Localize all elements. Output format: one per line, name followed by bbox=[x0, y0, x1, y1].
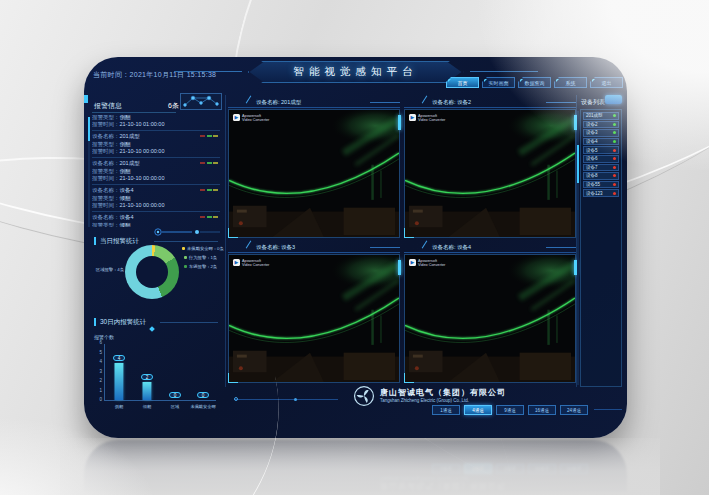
alarm-list: 设备名称：201成型 报警类型：倒翻 报警时间：21-10-10 01:00:0… bbox=[92, 115, 220, 227]
status-dot bbox=[613, 114, 616, 117]
y-tick: 6 bbox=[99, 340, 102, 345]
bar-group: 4 倒翻 bbox=[105, 344, 133, 400]
device-list-action-button[interactable] bbox=[605, 95, 622, 104]
today-stats-title: 当日报警统计 bbox=[94, 237, 139, 245]
nav-button-home[interactable]: 首页 bbox=[446, 77, 479, 88]
y-tick: 5 bbox=[99, 350, 102, 355]
alarm-card[interactable]: 设备名称：201成型 报警类型：倒翻 报警时间：21-10-10 00:00:0… bbox=[92, 131, 220, 158]
alarm-count-badge: 6条 bbox=[168, 101, 179, 111]
video-panel-header: 设备名称: 设备4 bbox=[404, 242, 576, 253]
nav-button-data-query[interactable]: 数据查询 bbox=[518, 77, 551, 88]
video-device-label: 设备名称: 设备3 bbox=[256, 244, 295, 251]
bar bbox=[143, 382, 152, 400]
status-dot bbox=[613, 183, 616, 186]
video-feed[interactable]: ▶ ApowersoftVideo Converter bbox=[228, 254, 400, 383]
footer-node-decoration bbox=[234, 397, 238, 401]
device-list-title: 设备列表 bbox=[581, 98, 605, 107]
footer-node-decoration bbox=[294, 398, 297, 401]
footer-line-decoration bbox=[594, 409, 622, 410]
device-list-item[interactable]: 设备55 bbox=[583, 181, 619, 189]
device-list-item[interactable]: 设备5 bbox=[583, 146, 619, 154]
scene-background: 当前时间：2021年10月11日 15:15:38 智能视觉感知平台 首页 实时… bbox=[0, 0, 709, 495]
nav-button-exit[interactable]: 退出 bbox=[590, 77, 623, 88]
video-panel-header: 设备名称: 设备2 bbox=[404, 97, 576, 108]
channel-button-9[interactable]: 9通道 bbox=[496, 405, 524, 415]
video-panel-1: 设备名称: 201成型 bbox=[228, 97, 400, 238]
channel-button-4[interactable]: 4通道 bbox=[464, 405, 492, 415]
status-dot bbox=[613, 131, 616, 134]
divider bbox=[154, 241, 218, 242]
video-device-label: 设备名称: 设备2 bbox=[432, 99, 471, 106]
y-tick: 0 bbox=[99, 397, 102, 402]
apowersoft-logo-icon: ▶ bbox=[409, 114, 416, 121]
watermark-text: ApowersoftVideo Converter bbox=[418, 259, 445, 268]
device-list-item[interactable]: 设备123 bbox=[583, 189, 619, 197]
status-dot bbox=[613, 166, 616, 169]
device-list-item[interactable]: 201成型 bbox=[583, 112, 619, 120]
channel-button-24[interactable]: 24通道 bbox=[560, 405, 588, 415]
status-dot bbox=[613, 140, 616, 143]
alarm-card[interactable]: 设备名称：201成型 报警类型：倒翻 报警时间：21-10-10 00:00:0… bbox=[92, 158, 220, 185]
alarm-card[interactable]: 设备名称：设备4 报警类型：倾翻 报警时间：21-10-10 00:00:00 bbox=[92, 185, 220, 212]
month-alarm-bar-chart: 0 1 2 3 4 5 6 4 倒翻 2 倾翻 0 区域 bbox=[104, 344, 216, 401]
page-title-frame: 智能视觉感知平台 bbox=[250, 62, 462, 82]
company-name-en: Tangshan Zhicheng Electric (Group) Co.,L… bbox=[380, 398, 469, 403]
y-tick: 2 bbox=[99, 378, 102, 383]
video-feed[interactable]: ▶ ApowersoftVideo Converter bbox=[404, 109, 576, 238]
footer-line-decoration bbox=[234, 399, 338, 400]
watermark: ▶ ApowersoftVideo Converter bbox=[233, 114, 269, 123]
device-scrollbar-thumb[interactable] bbox=[577, 145, 579, 183]
video-device-label: 设备名称: 设备4 bbox=[432, 244, 471, 251]
slash-decoration bbox=[246, 95, 252, 103]
bar-value-badge: 0 bbox=[169, 392, 181, 398]
today-alarm-donut-chart bbox=[125, 245, 179, 299]
donut-label: 区域报警：4条 bbox=[90, 267, 124, 273]
slash-decoration bbox=[422, 240, 428, 248]
donut-label: 车辆报警：2条 bbox=[184, 264, 217, 270]
status-dot bbox=[613, 123, 616, 126]
video-panel-header: 设备名称: 设备3 bbox=[228, 242, 400, 253]
bar-category-label: 区域 bbox=[161, 404, 189, 409]
device-list-item[interactable]: 设备8 bbox=[583, 172, 619, 180]
alarm-scrollbar-thumb[interactable] bbox=[88, 117, 90, 141]
device-list-item[interactable]: 设备4 bbox=[583, 138, 619, 146]
video-panel-header: 设备名称: 201成型 bbox=[228, 97, 400, 108]
bar-value-badge: 0 bbox=[197, 392, 209, 398]
video-feed[interactable]: ▶ ApowersoftVideo Converter bbox=[404, 254, 576, 383]
nav-button-live-view[interactable]: 实时画面 bbox=[482, 77, 515, 88]
status-dot bbox=[613, 149, 616, 152]
device-list-item[interactable]: 设备6 bbox=[583, 155, 619, 163]
nav-button-system[interactable]: 系统 bbox=[554, 77, 587, 88]
apowersoft-logo-icon: ▶ bbox=[233, 114, 240, 121]
channel-button-16[interactable]: 16通道 bbox=[528, 405, 556, 415]
channel-button-1[interactable]: 1通道 bbox=[432, 405, 460, 415]
apowersoft-logo-icon: ▶ bbox=[409, 259, 416, 266]
video-panel-4: 设备名称: 设备4 bbox=[404, 242, 576, 383]
bar-group: 0 区域 bbox=[161, 344, 189, 400]
watermark: ▶ ApowersoftVideo Converter bbox=[233, 259, 269, 268]
video-feed[interactable]: ▶ ApowersoftVideo Converter bbox=[228, 109, 400, 238]
top-nav: 首页 实时画面 数据查询 系统 退出 bbox=[446, 77, 623, 88]
dashboard-window: 当前时间：2021年10月11日 15:15:38 智能视觉感知平台 首页 实时… bbox=[84, 57, 627, 438]
y-tick: 3 bbox=[99, 369, 102, 374]
alarm-card[interactable]: 设备名称：201成型 报警类型：倒翻 报警时间：21-10-10 01:00:0… bbox=[92, 115, 220, 131]
y-tick: 4 bbox=[99, 359, 102, 364]
watermark: ▶ ApowersoftVideo Converter bbox=[409, 259, 445, 268]
status-dot bbox=[613, 157, 616, 160]
device-list-item[interactable]: 设备2 bbox=[583, 121, 619, 129]
slash-decoration bbox=[422, 95, 428, 103]
corner-accent bbox=[84, 95, 88, 103]
device-list-item[interactable]: 设备7 bbox=[583, 164, 619, 172]
bar-chart-ylabel: 报警个数 bbox=[94, 334, 114, 340]
device-list: 201成型 设备2 设备3 设备4 设备5 设备6 设备7 设备8 设备55 设… bbox=[580, 109, 622, 387]
watermark-text: ApowersoftVideo Converter bbox=[242, 114, 269, 123]
watermark: ▶ ApowersoftVideo Converter bbox=[409, 114, 445, 123]
bar-value-badge: 4 bbox=[113, 355, 125, 361]
bar-category-label: 倒翻 bbox=[105, 404, 133, 409]
network-nodes-icon bbox=[180, 93, 222, 110]
circuit-decoration bbox=[152, 225, 222, 239]
watermark-text: ApowersoftVideo Converter bbox=[418, 114, 445, 123]
title-wing-left bbox=[174, 71, 242, 72]
device-list-item[interactable]: 设备3 bbox=[583, 129, 619, 137]
video-panel-3: 设备名称: 设备3 bbox=[228, 242, 400, 383]
